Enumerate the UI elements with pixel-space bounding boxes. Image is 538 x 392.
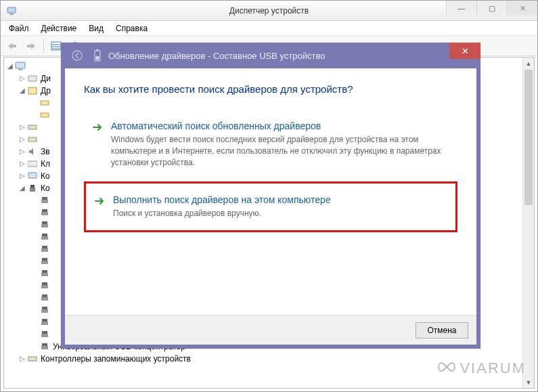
svg-rect-42 — [42, 331, 47, 334]
toolbar-forward-button[interactable] — [22, 38, 40, 54]
svg-rect-28 — [42, 246, 47, 248]
usb-connector-icon — [39, 244, 50, 255]
usb-connector-icon — [39, 292, 50, 303]
usb-connector-icon — [39, 232, 50, 242]
svg-rect-50 — [96, 56, 99, 60]
device-icon — [27, 122, 38, 133]
toolbar-separator — [43, 39, 44, 53]
vertical-scrollbar[interactable]: ▲ ▼ — [522, 58, 534, 388]
svg-rect-8 — [16, 62, 25, 68]
svg-rect-16 — [28, 161, 37, 167]
option-manual-search[interactable]: Выполнить поиск драйверов на этом компью… — [84, 181, 457, 232]
svg-rect-39 — [41, 309, 48, 313]
svg-rect-43 — [41, 334, 48, 337]
svg-rect-46 — [28, 357, 37, 361]
option-auto-search[interactable]: Автоматический поиск обновленных драйвер… — [84, 112, 457, 176]
battery-icon — [92, 49, 103, 62]
svg-rect-44 — [42, 343, 47, 346]
svg-rect-17 — [28, 173, 37, 178]
svg-rect-33 — [41, 273, 48, 276]
svg-rect-9 — [18, 69, 22, 70]
menu-help[interactable]: Справка — [110, 22, 153, 35]
arrow-right-icon — [93, 194, 106, 208]
option-description: Windows будет вести поиск последних верс… — [111, 134, 451, 168]
tree-node-label: Кл — [41, 158, 50, 170]
option-title: Автоматический поиск обновленных драйвер… — [111, 121, 451, 131]
svg-rect-32 — [42, 270, 47, 273]
svg-rect-20 — [42, 197, 47, 200]
usb-connector-icon — [39, 195, 50, 206]
svg-rect-13 — [41, 113, 49, 117]
usb-connector-icon — [39, 305, 50, 315]
device-icon — [39, 97, 50, 108]
svg-rect-29 — [41, 248, 48, 252]
svg-rect-41 — [41, 322, 48, 325]
device-icon — [27, 134, 38, 145]
menu-action[interactable]: Действие — [36, 22, 83, 35]
storage-icon — [27, 353, 38, 364]
svg-point-47 — [72, 51, 82, 60]
usb-connector-icon — [39, 329, 50, 340]
svg-rect-23 — [41, 212, 48, 215]
tree-node-label: Ди — [41, 72, 51, 85]
main-titlebar: Диспетчер устройств — ▢ ✕ — [1, 1, 537, 21]
svg-rect-36 — [42, 295, 47, 297]
option-description: Поиск и установка драйверов вручную. — [113, 208, 449, 219]
menu-file[interactable]: Файл — [3, 22, 35, 35]
svg-rect-1 — [9, 14, 14, 15]
svg-rect-31 — [41, 261, 48, 264]
arrow-right-icon — [91, 121, 104, 134]
svg-rect-40 — [42, 319, 47, 322]
device-icon — [39, 110, 50, 121]
computer-icon — [27, 171, 38, 181]
scroll-up-icon[interactable]: ▲ — [523, 58, 534, 69]
dialog-back-button[interactable] — [69, 47, 85, 64]
usb-connector-icon — [39, 256, 50, 267]
dialog-body: Как вы хотите провести поиск драйверов д… — [65, 68, 476, 232]
menu-view[interactable]: Вид — [83, 22, 109, 35]
dialog-titlebar: Обновление драйверов - Составное USB уст… — [61, 43, 480, 68]
svg-rect-11 — [28, 87, 37, 94]
tree-node-label: Др — [41, 85, 51, 97]
tree-node-label: Ко — [41, 170, 50, 182]
usb-connector-icon — [39, 280, 50, 291]
keyboard-icon — [27, 158, 38, 169]
usb-connector-icon — [39, 268, 50, 279]
menubar: Файл Действие Вид Справка — [1, 21, 537, 36]
svg-rect-24 — [42, 221, 47, 224]
close-button[interactable]: ✕ — [507, 1, 537, 16]
svg-rect-14 — [28, 125, 37, 129]
svg-rect-38 — [42, 307, 47, 309]
dialog-footer: Отмена — [65, 315, 476, 345]
svg-rect-25 — [41, 224, 48, 227]
svg-rect-30 — [42, 258, 47, 261]
usb-icon — [27, 183, 38, 194]
svg-rect-45 — [41, 346, 48, 349]
tree-node-label: Ко — [41, 182, 50, 194]
usb-connector-icon — [39, 219, 50, 230]
tree-node-label: Зв — [41, 146, 50, 158]
computer-icon — [15, 61, 26, 72]
cancel-button[interactable]: Отмена — [416, 322, 468, 339]
toolbar-back-button[interactable] — [3, 38, 21, 54]
scroll-down-icon[interactable]: ▼ — [523, 376, 534, 388]
svg-rect-26 — [42, 234, 47, 236]
dialog-close-button[interactable]: ✕ — [449, 43, 480, 59]
svg-rect-10 — [28, 76, 37, 81]
dialog-title: Обновление драйверов - Составное USB уст… — [108, 51, 326, 61]
svg-rect-12 — [41, 101, 49, 105]
sound-icon — [27, 146, 38, 157]
svg-rect-21 — [41, 200, 48, 203]
usb-connector-icon — [39, 207, 50, 218]
scrollbar-thumb[interactable] — [524, 70, 533, 205]
usb-connector-icon — [39, 317, 50, 328]
maximize-button[interactable]: ▢ — [476, 1, 507, 16]
option-title: Выполнить поиск драйверов на этом компью… — [113, 194, 449, 205]
svg-rect-18 — [30, 185, 35, 188]
device-icon — [27, 85, 38, 96]
svg-rect-37 — [41, 297, 48, 301]
minimize-button[interactable]: — — [446, 1, 476, 16]
svg-rect-15 — [28, 137, 37, 141]
tree-node-label: Контроллеры запоминающих устройств — [41, 353, 191, 365]
tree-node[interactable]: ▷ Контроллеры запоминающих устройств — [18, 353, 533, 365]
